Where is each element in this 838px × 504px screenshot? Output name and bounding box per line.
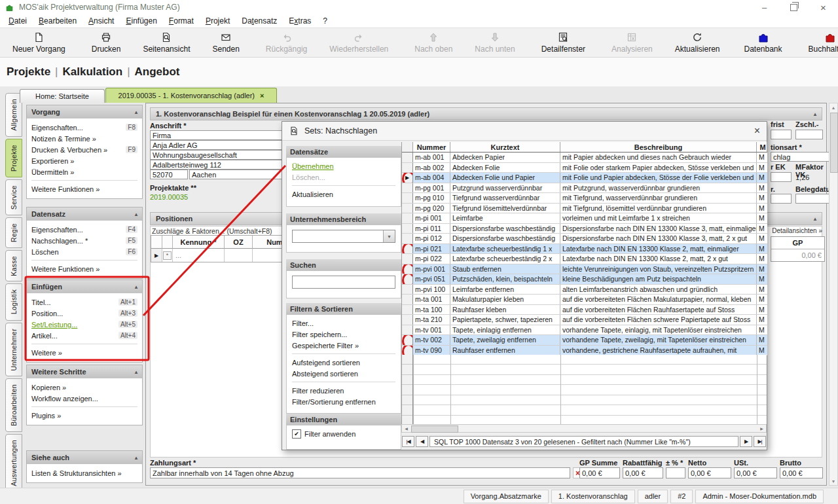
row-selector[interactable]: ▶ (402, 346, 413, 355)
first-record-button[interactable]: |◀ (402, 436, 414, 447)
collapse-icon[interactable]: ▴ (135, 369, 137, 375)
row-selector[interactable]: ▶ (402, 183, 413, 193)
sidebar-action[interactable]: Listen & Strukturansichten » (31, 467, 137, 478)
table-row[interactable]: ▶ m-tv 002 Tapete, zweilagig entfernen v… (402, 335, 767, 346)
table-row[interactable]: ▶ m-ta 210 Papiertapete, schwer, tapezie… (402, 315, 767, 325)
sidebar-action[interactable]: Exportieren » (31, 155, 137, 166)
scroll-down-icon[interactable]: ▼ (829, 477, 837, 485)
filter-link[interactable]: Filter... (292, 317, 395, 329)
table-row[interactable]: ▶ m-pg 010 Tiefgrund wasserverdünnbar mi… (402, 193, 767, 204)
scrollbar-thumb[interactable] (830, 113, 838, 173)
workspace-group-tab[interactable]: Logistik (5, 283, 22, 320)
close-icon[interactable]: × (809, 0, 838, 14)
row-selector[interactable]: ▶ (402, 264, 413, 274)
tab-close-icon[interactable]: × (260, 92, 264, 99)
row-selector[interactable]: ▶ (402, 234, 413, 243)
sort-link[interactable]: Absteigend sortieren (292, 368, 395, 379)
workspace-group-tab[interactable]: Unternehmer (5, 323, 22, 377)
menu-item[interactable]: Ansicht (82, 16, 120, 26)
workspace-group-tab[interactable]: Service (5, 179, 22, 215)
sidebar-action[interactable]: Nachschlagen... *F5 (31, 235, 137, 246)
plz-field[interactable]: 52070 (150, 170, 188, 179)
row-selector[interactable]: ▶ (402, 274, 413, 284)
collapse-icon[interactable]: ▴ (135, 455, 137, 461)
row-selector[interactable]: ▶ (402, 335, 413, 345)
menu-item[interactable]: ? (317, 16, 333, 26)
table-row[interactable]: ▶ m-pg 020 Tiefgrund lösemittelverdünnba… (402, 204, 767, 214)
belegdatum-field[interactable] (795, 194, 833, 204)
toolbar-button-seitenansicht[interactable]: Seitenansicht (132, 28, 201, 57)
menu-item[interactable]: Datei (3, 16, 33, 26)
sidebar-action[interactable]: Set/Leistung...Alt+5 (31, 319, 137, 330)
table-row[interactable]: ▶ m-pi 001 Leimfarbe vorleimen und mit L… (402, 213, 767, 224)
row-selector[interactable]: ▶ (402, 305, 413, 315)
dialog-close-icon[interactable]: × (754, 126, 760, 136)
sidebar-action[interactable]: Übermitteln » (31, 166, 137, 177)
collapse-icon[interactable]: ▴ (135, 284, 137, 290)
scroll-up-icon[interactable]: ▲ (829, 103, 837, 111)
toolbar-button-drucken[interactable]: Drucken (81, 28, 132, 57)
kalkulationsart-field[interactable]: chlag (771, 152, 833, 162)
table-row[interactable]: ▶ m-pvi 100 Leimfarbe entfernen alten Le… (402, 285, 767, 295)
sort-link[interactable]: Aufsteigend sortieren (292, 357, 395, 368)
workspace-group-tab[interactable]: Auswertungen (5, 434, 22, 492)
last-record-button[interactable]: ▶| (754, 436, 766, 447)
table-row[interactable]: ▶ m-ta 100 Rauhfaser kleben auf die vorb… (402, 305, 767, 315)
sidebar-action[interactable]: Weitere » (31, 347, 137, 358)
col-kurztext[interactable]: Kurztext (450, 142, 560, 152)
row-selector[interactable]: ▶ (402, 204, 413, 213)
unternehmensbereich-select[interactable]: ▼ (292, 230, 395, 243)
workspace-group-tab[interactable]: Büroarbeiten (5, 378, 22, 432)
next-record-button[interactable]: ▶ (740, 436, 752, 447)
sidebar-action[interactable]: LöschenF6 (31, 246, 137, 257)
table-row[interactable]: ▶ m-pg 001 Putzgrund wasserverdünnbar mi… (402, 183, 767, 194)
filter-remove-link[interactable]: Filter/Sortierung entfernen (292, 396, 395, 407)
sidebar-action[interactable]: Weitere Funktionen » (31, 263, 137, 274)
workspace-group-tab[interactable]: Kasse (5, 250, 22, 282)
menu-item[interactable]: Einfügen (120, 16, 162, 26)
col-me[interactable]: M (757, 142, 767, 152)
menu-item[interactable]: Bearbeiten (33, 16, 82, 26)
toolbar-button-detailfenster[interactable]: Detailfenster (530, 28, 596, 57)
checkbox-checked-icon[interactable]: ✔ (292, 429, 301, 439)
menu-item[interactable]: Projekt (200, 16, 236, 26)
row-selector[interactable]: ▶ (402, 254, 413, 264)
chevron-down-icon[interactable]: ▼ (383, 230, 395, 242)
sidebar-action[interactable]: Weitere Funktionen » (31, 183, 137, 194)
scroll-right-icon[interactable]: ▶ (757, 425, 766, 432)
table-row[interactable]: ▶ m-ab 001 Abdecken Papier mit Papier ab… (402, 153, 767, 163)
sidebar-action[interactable]: Eigenschaften...F4 (31, 224, 137, 235)
row-selector[interactable]: ▶ (402, 173, 413, 183)
toolbar-button-senden[interactable]: Senden (201, 28, 250, 57)
sidebar-action[interactable]: Plugins » (31, 410, 137, 421)
faktor-ek-field[interactable] (771, 172, 792, 182)
toolbar-button-neuer-vorgang[interactable]: Neuer Vorgang (1, 28, 77, 57)
row-selector[interactable]: ▶ (402, 153, 413, 162)
row-selector[interactable]: ▶ (402, 193, 413, 203)
zuschlaege-link[interactable]: Zuschläge & Faktoren... (Umschalt+F8) (152, 227, 272, 235)
row-selector[interactable]: ▶ (402, 315, 413, 325)
breadcrumb-item[interactable]: | (122, 65, 134, 79)
zschl-frist-field[interactable] (795, 130, 823, 139)
table-row[interactable]: ▶ m-tv 001 Tapete, einlagig entfernen vo… (402, 325, 767, 336)
table-row[interactable]: ▶ m-ab 004 Abdecken Folie und Papier mit… (402, 173, 767, 183)
aktualisieren-link[interactable]: Aktualisieren (292, 189, 395, 200)
collapse-icon[interactable]: ▴ (135, 109, 137, 115)
toolbar-button-buchhaltung[interactable]: Buchhaltung (797, 28, 838, 57)
menu-item[interactable]: Format (163, 16, 200, 26)
frist-field[interactable] (771, 130, 792, 139)
table-row[interactable]: ▶ m-ta 001 Makulaturpapier kleben auf di… (402, 295, 767, 305)
table-row[interactable]: ▶ m-pi 011 Dispersionsfarbe waschbeständ… (402, 224, 767, 234)
scroll-left-icon[interactable]: ◀ (402, 425, 410, 432)
table-row[interactable]: ▶ m-pi 022 Latexfarbe scheuerbeständig 2… (402, 254, 767, 264)
breadcrumb-item[interactable]: Angebot (135, 65, 180, 79)
table-row[interactable]: ▶ m-pvi 051 Putzschäden, klein, beispach… (402, 274, 767, 285)
row-selector[interactable]: ▶ (402, 224, 413, 234)
filter-remove-link[interactable]: Filter reduzieren (292, 385, 395, 396)
toolbar-button-datenbank[interactable]: Datenbank (733, 28, 793, 57)
workspace-group-tab[interactable]: Regie (5, 217, 22, 248)
table-row[interactable]: ▶ m-tv 090 Rauhfaser entfernen vorhanden… (402, 346, 767, 356)
workspace-group-tab[interactable]: Projekte (5, 139, 22, 177)
table-row[interactable]: ▶ m-ab 002 Abdecken Folie mit Folie oder… (402, 163, 767, 173)
row-selector[interactable]: ▶ (402, 213, 413, 223)
